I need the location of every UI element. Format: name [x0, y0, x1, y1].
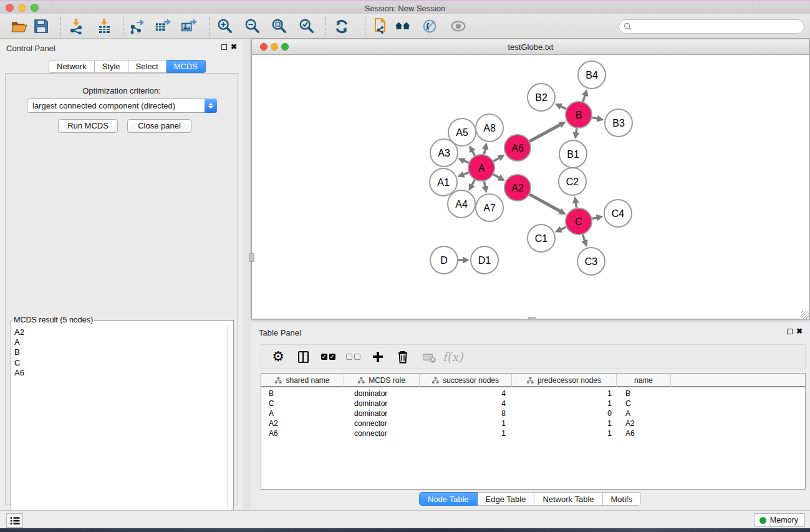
- table-cell: 1: [512, 418, 617, 428]
- hide-details-button[interactable]: [422, 18, 438, 34]
- refresh-button[interactable]: [334, 18, 350, 34]
- float-panel-icon[interactable]: [221, 44, 227, 50]
- eye-icon: [450, 19, 466, 33]
- control-panel-title: Control Panel: [6, 44, 55, 53]
- network-window-titlebar[interactable]: testGlobe.txt: [252, 39, 809, 55]
- column-header-successor-nodes[interactable]: successor nodes: [420, 374, 512, 387]
- table-row[interactable]: A2connector11A2: [261, 418, 805, 428]
- copy-network-document-icon: [372, 17, 388, 35]
- hide-details-icon: [422, 17, 438, 35]
- tab-style[interactable]: Style: [95, 60, 128, 73]
- float-table-panel-icon[interactable]: [787, 329, 793, 334]
- tab-select[interactable]: Select: [128, 60, 166, 73]
- delete-table-button[interactable]: ✕: [420, 349, 436, 365]
- table-options-button[interactable]: ⚙: [270, 349, 286, 365]
- home-layout-button[interactable]: [395, 18, 411, 34]
- column-tree-icon: [432, 377, 439, 384]
- function-icon: f(x): [443, 350, 463, 364]
- tab-node-table[interactable]: Node Table: [419, 492, 478, 506]
- open-session-button[interactable]: [11, 18, 27, 34]
- graph-node-label: B2: [535, 92, 547, 103]
- show-columns-button[interactable]: [295, 349, 311, 365]
- import-network-button[interactable]: [68, 18, 84, 34]
- mcds-result-list[interactable]: A2ABCA6: [12, 326, 227, 530]
- memory-button[interactable]: Memory: [754, 513, 805, 527]
- mcds-result-item[interactable]: C: [14, 358, 227, 368]
- tab-motifs[interactable]: Motifs: [603, 492, 642, 506]
- graph-node-label: A5: [456, 127, 468, 138]
- edge-A2-C[interactable]: [529, 195, 562, 212]
- gear-icon: ⚙: [272, 350, 284, 364]
- delete-column-button[interactable]: [395, 349, 411, 365]
- column-header-name[interactable]: name: [617, 374, 671, 387]
- zoom-out-button[interactable]: [244, 18, 261, 34]
- list-icon: [10, 516, 20, 525]
- graph-node-label: A: [478, 163, 485, 173]
- deselect-all-button[interactable]: [345, 349, 361, 365]
- mcds-result-item[interactable]: A2: [14, 327, 227, 337]
- zoom-selected-button[interactable]: [299, 18, 315, 34]
- add-column-button[interactable]: [370, 349, 386, 365]
- copy-network-button[interactable]: [372, 18, 388, 34]
- columns-icon: [298, 351, 309, 363]
- mcds-result-item[interactable]: A: [14, 337, 227, 347]
- tab-edge-table[interactable]: Edge Table: [478, 492, 535, 506]
- table-cell: connector: [344, 428, 420, 438]
- arrowhead-icon: [463, 257, 470, 264]
- table-row[interactable]: Cdominator41C: [261, 399, 805, 409]
- import-table-button[interactable]: [96, 18, 112, 34]
- table-row[interactable]: Adominator80A: [261, 409, 805, 418]
- vertical-scrollbar-thumb[interactable]: [249, 253, 254, 262]
- tab-network[interactable]: Network: [49, 60, 95, 73]
- column-header-shared-name[interactable]: shared name: [261, 374, 344, 387]
- export-image-button[interactable]: [181, 18, 197, 34]
- table-cell: 4: [420, 389, 512, 399]
- search-input[interactable]: [634, 22, 804, 31]
- zoom-fit-button[interactable]: [271, 18, 287, 34]
- run-mcds-button[interactable]: Run MCDS: [58, 119, 118, 133]
- tab-mcds[interactable]: MCDS: [166, 60, 206, 73]
- graph-node-label: D: [440, 255, 448, 266]
- horizontal-scrollbar-thumb[interactable]: [528, 317, 536, 319]
- zoom-in-button[interactable]: [217, 18, 233, 34]
- window-resize-grip[interactable]: [801, 311, 809, 319]
- export-table-button[interactable]: [155, 18, 171, 34]
- close-panel-button[interactable]: Close panel: [127, 119, 191, 133]
- save-session-button[interactable]: [33, 18, 49, 34]
- status-bar: Memory: [0, 510, 810, 528]
- close-table-panel-icon[interactable]: ✖: [796, 327, 803, 336]
- graph-node-label: A8: [483, 123, 496, 133]
- search-field[interactable]: [619, 19, 804, 34]
- main-toolbar: [0, 14, 810, 39]
- zoom-out-icon: [244, 17, 261, 35]
- table-cell: C: [261, 399, 344, 409]
- search-icon: [624, 22, 632, 31]
- export-network-button[interactable]: [128, 18, 145, 34]
- column-header-MCDS-role[interactable]: MCDS role: [344, 374, 420, 387]
- graph-node-label: C2: [566, 177, 579, 187]
- column-header-predecessor-nodes[interactable]: predecessor nodes: [512, 374, 617, 387]
- export-image-icon: [181, 18, 197, 34]
- criterion-dropdown[interactable]: largest connected component (directed): [27, 99, 217, 113]
- mcds-result-scrollbar[interactable]: [227, 326, 233, 530]
- mcds-result-item[interactable]: A6: [14, 368, 227, 378]
- control-panel: Control Panel ✖ NetworkStyleSelectMCDS O…: [0, 39, 243, 510]
- network-graph[interactable]: B4B2BB3A8A5A6A3B1AC2A1A2A4A7C4CC1DD1C3: [252, 55, 809, 319]
- table-panel: Table Panel ✖ ⚙ ✓✓: [251, 323, 810, 510]
- tab-network-table[interactable]: Network Table: [534, 492, 602, 506]
- table-cell: A2: [617, 418, 671, 428]
- show-graphics-button[interactable]: [450, 18, 466, 34]
- function-builder-button[interactable]: f(x): [445, 349, 461, 365]
- table-cell: 1: [512, 389, 617, 399]
- task-history-button[interactable]: [6, 513, 23, 528]
- optimization-criterion-label: Optimization criterion:: [6, 86, 238, 95]
- table-row[interactable]: A6connector11A6: [261, 428, 805, 438]
- select-all-button[interactable]: ✓✓: [320, 349, 336, 365]
- mcds-result-item[interactable]: B: [14, 347, 227, 357]
- toolbar-separator: [123, 16, 123, 36]
- close-panel-icon[interactable]: ✖: [231, 42, 237, 51]
- import-network-icon: [68, 18, 84, 34]
- network-canvas[interactable]: B4B2BB3A8A5A6A3B1AC2A1A2A4A7C4CC1DD1C3: [252, 55, 809, 319]
- edge-A6-B[interactable]: [529, 124, 561, 142]
- table-row[interactable]: Bdominator41B: [261, 389, 805, 399]
